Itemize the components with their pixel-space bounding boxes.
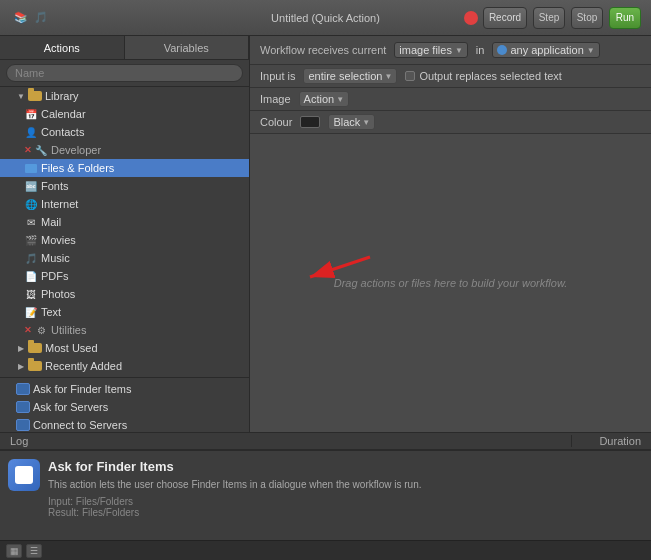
list-view-button[interactable]: ☰ — [26, 544, 42, 558]
most-used-label: Most Used — [45, 342, 98, 354]
tree-item-music[interactable]: 🎵 Music — [0, 249, 249, 267]
library-tab-icon: 📚 — [14, 11, 28, 24]
left-panel: Actions Variables ▼ Library 📅 Calendar 👤… — [0, 36, 250, 432]
mail-icon: ✉ — [24, 215, 38, 229]
internet-label: Internet — [41, 198, 78, 210]
search-box — [0, 60, 249, 87]
colour-label: Colour — [260, 116, 292, 128]
tree-item-utilities[interactable]: ✕ ⚙ Utilities — [0, 321, 249, 339]
movies-icon: 🎬 — [24, 233, 38, 247]
tree-item-fonts[interactable]: 🔤 Fonts — [0, 177, 249, 195]
colour-row: Colour Black ▼ — [250, 111, 651, 134]
any-application-dropdown[interactable]: any application ▼ — [492, 42, 599, 58]
developer-label: Developer — [51, 144, 101, 156]
blue-dot — [497, 45, 507, 55]
mail-label: Mail — [41, 216, 61, 228]
action-icon-1 — [16, 400, 30, 414]
workflow-header: Workflow receives current image files ▼ … — [250, 36, 651, 65]
run-button[interactable]: Run — [609, 7, 641, 29]
tree-item-developer[interactable]: ✕ 🔧 Developer — [0, 141, 249, 159]
action-ask-finder[interactable]: Ask for Finder Items — [0, 380, 249, 398]
most-used-arrow: ▶ — [16, 343, 26, 353]
image-row: Image Action ▼ — [250, 88, 651, 111]
tree-item-most-used[interactable]: ▶ Most Used — [0, 339, 249, 357]
pdfs-label: PDFs — [41, 270, 69, 282]
action-select[interactable]: Action ▼ — [299, 91, 350, 107]
internet-icon: 🌐 — [24, 197, 38, 211]
tree-item-calendar[interactable]: 📅 Calendar — [0, 105, 249, 123]
tree-item-text[interactable]: 📝 Text — [0, 303, 249, 321]
status-bar: ▦ ☰ — [0, 540, 651, 560]
calendar-icon: 📅 — [24, 107, 38, 121]
text-icon: 📝 — [24, 305, 38, 319]
select-arrow: ▼ — [384, 72, 392, 81]
main-area: Actions Variables ▼ Library 📅 Calendar 👤… — [0, 36, 651, 432]
grid-view-button[interactable]: ▦ — [6, 544, 22, 558]
dropdown-arrow: ▼ — [455, 46, 463, 55]
info-icon — [8, 459, 40, 491]
info-description: This action lets the user choose Finder … — [48, 478, 643, 492]
files-folders-label: Files & Folders — [41, 162, 114, 174]
colour-swatch[interactable] — [300, 116, 320, 128]
black-select[interactable]: Black ▼ — [328, 114, 375, 130]
movies-label: Movies — [41, 234, 76, 246]
music-label: Music — [41, 252, 70, 264]
calendar-label: Calendar — [41, 108, 86, 120]
tree-item-recently-added[interactable]: ▶ Recently Added — [0, 357, 249, 375]
input-row: Input is entire selection ▼ Output repla… — [250, 65, 651, 88]
image-label: Image — [260, 93, 291, 105]
toolbar-buttons: Record Step Stop Run — [464, 7, 641, 29]
image-files-dropdown[interactable]: image files ▼ — [394, 42, 468, 58]
action-icon-2 — [16, 418, 30, 432]
recently-added-label: Recently Added — [45, 360, 122, 372]
tree-item-movies[interactable]: 🎬 Movies — [0, 231, 249, 249]
grid-icon: ▦ — [10, 546, 19, 556]
photos-label: Photos — [41, 288, 75, 300]
tab-variables[interactable]: Variables — [125, 36, 250, 59]
log-label: Log — [0, 435, 571, 447]
black-select-arrow: ▼ — [362, 118, 370, 127]
action-label-0: Ask for Finder Items — [33, 383, 131, 395]
tree-item-contacts[interactable]: 👤 Contacts — [0, 123, 249, 141]
output-checkbox-box[interactable] — [405, 71, 415, 81]
action-connect-servers[interactable]: Connect to Servers — [0, 416, 249, 432]
media-tab-icon: 🎵 — [34, 11, 48, 24]
utilities-icon: ⚙ — [34, 323, 48, 337]
record-button[interactable]: Record — [483, 7, 527, 29]
step-button[interactable]: Step — [533, 7, 565, 29]
recently-added-arrow: ▶ — [16, 361, 26, 371]
dropdown-arrow-2: ▼ — [587, 46, 595, 55]
tree-item-photos[interactable]: 🖼 Photos — [0, 285, 249, 303]
tree-item-library[interactable]: ▼ Library — [0, 87, 249, 105]
info-content: Ask for Finder Items This action lets th… — [48, 459, 643, 518]
drop-zone: Drag actions or files here to build your… — [250, 134, 651, 432]
library-folder-icon — [28, 89, 42, 103]
tree-item-files-folders[interactable]: Files & Folders — [0, 159, 249, 177]
record-indicator — [464, 11, 478, 25]
utilities-label: Utilities — [51, 324, 86, 336]
output-checkbox: Output replaces selected text — [405, 70, 561, 82]
receives-label: Workflow receives current — [260, 44, 386, 56]
music-icon: 🎵 — [24, 251, 38, 265]
tab-bar: Actions Variables — [0, 36, 249, 60]
in-label: in — [476, 44, 485, 56]
stop-button[interactable]: Stop — [571, 7, 603, 29]
search-input[interactable] — [6, 64, 243, 82]
tree-item-pdfs[interactable]: 📄 PDFs — [0, 267, 249, 285]
toolbar-title: Untitled (Quick Action) — [271, 12, 380, 24]
library-label: Library — [45, 90, 79, 102]
tab-actions[interactable]: Actions — [0, 36, 125, 59]
cross-icon-utilities: ✕ — [24, 325, 32, 335]
entire-selection-select[interactable]: entire selection ▼ — [303, 68, 397, 84]
tree-item-internet[interactable]: 🌐 Internet — [0, 195, 249, 213]
recently-added-folder-icon — [28, 359, 42, 373]
action-ask-servers[interactable]: Ask for Servers — [0, 398, 249, 416]
info-panel: Ask for Finder Items This action lets th… — [0, 450, 651, 540]
tree-item-mail[interactable]: ✉ Mail — [0, 213, 249, 231]
developer-icon: 🔧 — [34, 143, 48, 157]
photos-icon: 🖼 — [24, 287, 38, 301]
action-label-2: Connect to Servers — [33, 419, 127, 431]
action-select-arrow: ▼ — [336, 95, 344, 104]
duration-label: Duration — [571, 435, 651, 447]
left-scroll[interactable]: ▼ Library 📅 Calendar 👤 Contacts ✕ 🔧 Deve… — [0, 87, 249, 432]
